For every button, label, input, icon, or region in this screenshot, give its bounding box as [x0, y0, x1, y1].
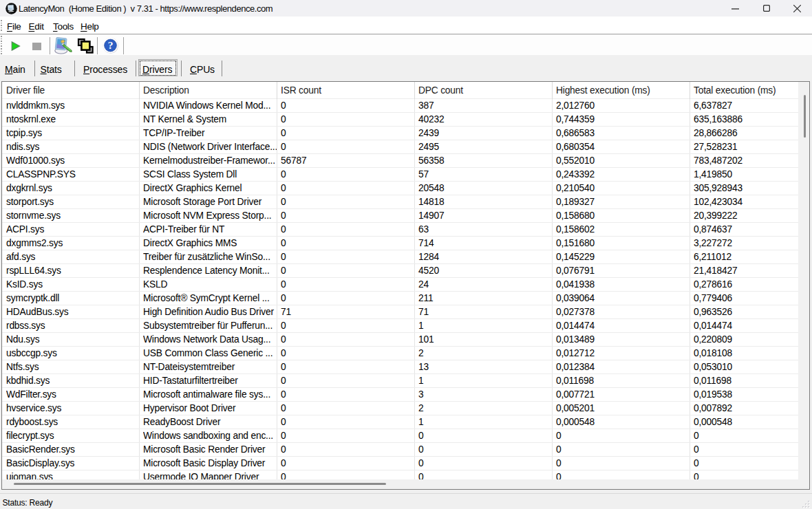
svg-text:?: ? [108, 39, 114, 51]
